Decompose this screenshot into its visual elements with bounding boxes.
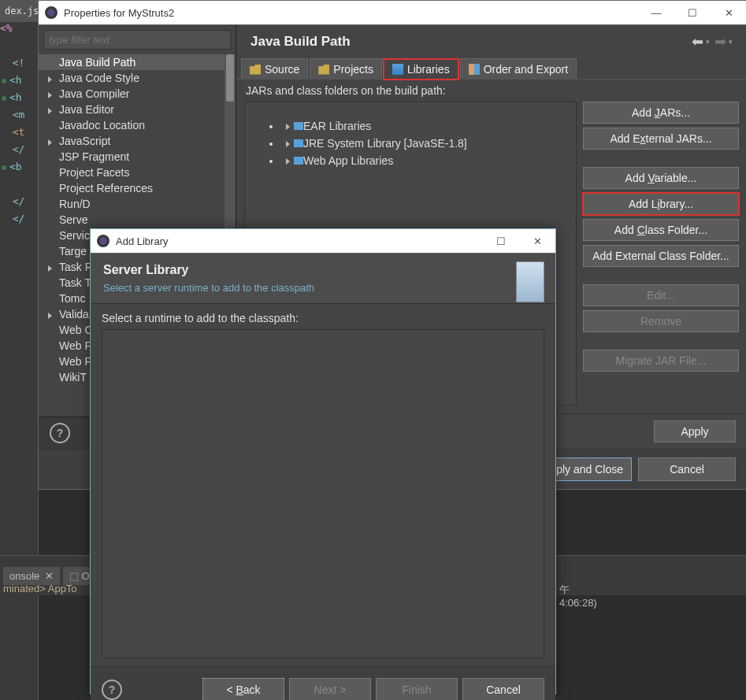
tab-strip: SourceProjectsLibrariesOrder and Export [236, 58, 746, 79]
eclipse-icon [97, 235, 109, 247]
server-icon [516, 261, 544, 302]
add-external-jars-button[interactable]: Add External JARs... [583, 128, 739, 150]
nav-back-icon[interactable]: ⬅ [687, 33, 708, 50]
category-item[interactable]: Java Code Style [39, 70, 236, 86]
category-item[interactable]: Java Compiler [39, 86, 236, 102]
tab-order-and-export[interactable]: Order and Export [460, 58, 577, 79]
folder-icon [250, 64, 261, 75]
migrate-jar-button: Migrate JAR File... [583, 350, 739, 372]
jar-icon [294, 139, 303, 147]
add-variable-button[interactable]: Add Variable... [583, 167, 739, 189]
apply-button[interactable]: Apply [654, 420, 736, 443]
library-item[interactable]: Web App Libraries [281, 152, 571, 169]
page-title: Java Build Path [251, 34, 687, 50]
add-jars-button[interactable]: Add JARs... [583, 102, 739, 124]
library-item[interactable]: EAR Libraries [281, 117, 571, 135]
eclipse-icon [45, 6, 58, 19]
back-button[interactable]: < Back [202, 678, 284, 700]
add-library-window: Add Library ☐ ✕ Server Library Select a … [90, 228, 556, 694]
edit-button: Edit... [583, 284, 739, 306]
al-cancel-button[interactable]: Cancel [462, 678, 544, 700]
finish-button: Finish [376, 678, 458, 700]
minimize-button[interactable]: — [638, 1, 674, 24]
wizard-heading: Server Library [103, 263, 543, 277]
add-library-button[interactable]: Add Library... [583, 193, 739, 215]
cancel-button[interactable]: Cancel [638, 457, 736, 481]
category-item[interactable]: Java Build Path [39, 54, 236, 70]
jar-icon [294, 157, 303, 165]
category-item[interactable]: JavaScript [39, 133, 236, 149]
wizard-subheading: Select a server runtime to add to the cl… [103, 282, 543, 294]
folder-icon [318, 64, 329, 75]
remove-button: Remove [583, 310, 739, 332]
button-column: Add JARs... Add External JARs... Add Var… [583, 102, 739, 406]
tab-label: Source [265, 63, 299, 76]
tab-label: Libraries [407, 63, 450, 76]
category-item[interactable]: Project Facets [39, 165, 236, 180]
tab-projects[interactable]: Projects [310, 58, 382, 79]
category-item[interactable]: Javadoc Location [39, 117, 236, 133]
category-item[interactable]: Java Editor [39, 102, 236, 117]
runtime-label: Select a runtime to add to the classpath… [102, 312, 544, 324]
console-output: minated> AppTo 午4:06:28) [0, 583, 77, 594]
jar-icon [294, 122, 303, 130]
order-icon [469, 64, 480, 75]
next-button: Next > [289, 678, 371, 700]
add-external-class-folder-button[interactable]: Add External Class Folder... [583, 245, 739, 267]
add-library-header: Server Library Select a server runtime t… [91, 254, 555, 304]
tab-source[interactable]: Source [241, 58, 308, 79]
tab-label: Projects [333, 63, 373, 76]
maximize-button[interactable]: ☐ [674, 1, 711, 24]
tab-libraries[interactable]: Libraries [384, 59, 458, 80]
tab-label: Order and Export [484, 63, 568, 76]
window-title: Properties for MyStruts2 [64, 7, 638, 19]
help-icon[interactable]: ? [50, 423, 70, 443]
category-item[interactable]: Run/D [39, 196, 236, 212]
category-item[interactable]: JSP Fragment [39, 149, 236, 165]
add-library-titlebar[interactable]: Add Library ☐ ✕ [91, 229, 555, 254]
properties-titlebar[interactable]: Properties for MyStruts2 — ☐ ✕ [39, 1, 746, 25]
help-icon[interactable]: ? [102, 680, 122, 700]
add-class-folder-button[interactable]: Add Class Folder... [583, 219, 739, 241]
category-item[interactable]: Serve [39, 212, 236, 228]
nav-fwd-icon[interactable]: ➡ [710, 33, 731, 50]
close-button[interactable]: ✕ [711, 1, 746, 24]
add-library-footer: ? < Back Next > Finish Cancel [91, 666, 555, 700]
runtime-list[interactable] [102, 329, 544, 658]
add-library-title: Add Library [116, 235, 483, 247]
category-item[interactable]: Project References [39, 180, 236, 196]
al-maximize-button[interactable]: ☐ [483, 229, 519, 253]
library-item[interactable]: JRE System Library [JavaSE-1.8] [281, 135, 571, 152]
subhead-label: JARs and class folders on the build path… [236, 79, 746, 102]
filter-input[interactable] [43, 30, 231, 50]
al-close-button[interactable]: ✕ [519, 229, 555, 253]
jar-icon [392, 64, 403, 75]
